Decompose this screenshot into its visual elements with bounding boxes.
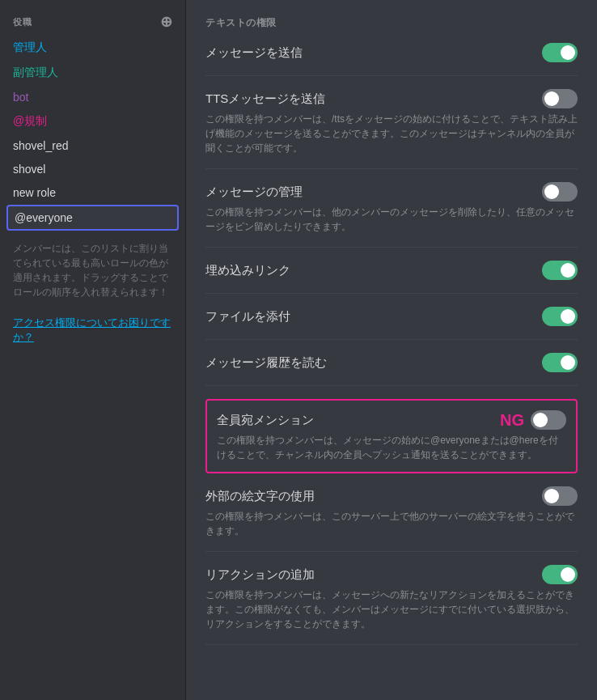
toggle-attach_files[interactable] — [542, 307, 578, 326]
sidebar-item-shovel[interactable]: shovel — [6, 158, 179, 180]
permission-row-read_history: メッセージ履歴を読む — [205, 353, 578, 372]
permission-desc-mention_everyone: この権限を持つメンバーは、メッセージの始めに@everyoneまたは@hereを… — [217, 433, 566, 462]
permission-name-tts_messages: TTSメッセージを送信 — [205, 91, 325, 107]
sidebar-item-everyone[interactable]: @everyone — [6, 205, 179, 231]
divider-read_history — [205, 385, 578, 386]
access-help-link[interactable]: アクセス権限についてお困りですか？ — [6, 309, 179, 345]
toggle-manage_messages[interactable] — [542, 182, 578, 202]
divider-embed_links — [205, 293, 578, 294]
permission-name-embed_links: 埋め込みリンク — [205, 263, 290, 278]
permission-desc-manage_messages: この権限を持つメンバーは、他のメンバーのメッセージを削除したり、任意のメッセージ… — [205, 205, 578, 234]
permission-item-mention_everyone: 全員宛メンションNGこの権限を持つメンバーは、メッセージの始めに@everyon… — [205, 399, 578, 473]
toggle-embed_links[interactable] — [542, 261, 578, 280]
permission-row-attach_files: ファイルを添付 — [205, 307, 578, 326]
permission-desc-tts_messages: この権限を持つメンバーは、/ttsをメッセージの始めに付けることで、テキスト読み… — [205, 112, 578, 155]
permission-row-embed_links: 埋め込みリンク — [205, 261, 578, 280]
permission-item-read_history: メッセージ履歴を読む — [205, 353, 578, 386]
toggle-read_history[interactable] — [542, 353, 578, 372]
permission-row-mention_everyone: 全員宛メンションNG — [217, 410, 566, 430]
permission-item-manage_messages: メッセージの管理この権限を持つメンバーは、他のメンバーのメッセージを削除したり、… — [205, 182, 578, 248]
permission-row-add_reactions: リアクションの追加 — [205, 565, 578, 584]
permission-desc-add_reactions: この権限を持つメンバーは、メッセージへの新たなリアクションを加えることができます… — [205, 588, 578, 631]
sidebar-item-fukukanrinin[interactable]: 副管理人 — [6, 61, 179, 85]
permission-desc-external_emoji: この権限を持つメンバーは、このサーバー上で他のサーバーの絵文字を使うことができま… — [205, 509, 578, 538]
permission-name-external_emoji: 外部の絵文字の使用 — [205, 489, 315, 504]
toggle-external_emoji[interactable] — [542, 486, 578, 506]
permission-item-tts_messages: TTSメッセージを送信この権限を持つメンバーは、/ttsをメッセージの始めに付け… — [205, 89, 578, 169]
toggle-mention_everyone[interactable] — [531, 410, 566, 430]
main-content: テキストの権限 メッセージを送信TTSメッセージを送信この権限を持つメンバーは、… — [186, 0, 597, 700]
permission-item-external_emoji: 外部の絵文字の使用この権限を持つメンバーは、このサーバー上で他のサーバーの絵文字… — [205, 486, 578, 552]
toggle-tts_messages[interactable] — [542, 89, 578, 108]
sidebar-item-kanrinin[interactable]: 管理人 — [6, 36, 179, 60]
sidebar-hint: メンバーには、このリストに割り当てられている最も高いロールの色が適用されます。ド… — [6, 231, 179, 309]
divider-attach_files — [205, 339, 578, 340]
sidebar-item-bot[interactable]: bot — [6, 86, 179, 108]
permission-name-read_history: メッセージ履歴を読む — [205, 355, 327, 371]
permission-row-tts_messages: TTSメッセージを送信 — [205, 89, 578, 108]
sidebar-section-label: 役職 ⊕ — [6, 13, 179, 36]
permission-item-send_messages: メッセージを送信 — [205, 43, 578, 76]
permission-item-embed_links: 埋め込みリンク — [205, 261, 578, 294]
permission-row-send_messages: メッセージを送信 — [205, 43, 578, 62]
permission-row-external_emoji: 外部の絵文字の使用 — [205, 486, 578, 506]
sidebar-item-new_role[interactable]: new role — [6, 181, 179, 204]
permission-item-add_reactions: リアクションの追加この権限を持つメンバーは、メッセージへの新たなリアクションを加… — [205, 565, 578, 645]
section-title: テキストの権限 — [205, 16, 578, 30]
divider-send_messages — [205, 75, 578, 76]
toggle-add_reactions[interactable] — [542, 565, 578, 584]
divider-manage_messages — [205, 247, 578, 248]
toggle-send_messages[interactable] — [542, 43, 578, 62]
divider-add_reactions — [205, 644, 578, 645]
permission-name-add_reactions: リアクションの追加 — [205, 567, 315, 583]
permission-item-attach_files: ファイルを添付 — [205, 307, 578, 340]
permission-row-manage_messages: メッセージの管理 — [205, 182, 578, 202]
add-role-icon[interactable]: ⊕ — [160, 13, 173, 31]
sidebar-item-kisei[interactable]: @規制 — [6, 109, 179, 134]
sidebar-item-shovel_red[interactable]: shovel_red — [6, 134, 179, 157]
permission-name-send_messages: メッセージを送信 — [205, 45, 303, 61]
permission-name-attach_files: ファイルを添付 — [205, 309, 290, 325]
divider-tts_messages — [205, 168, 578, 169]
permission-name-mention_everyone: 全員宛メンション — [217, 413, 314, 428]
sidebar: 役職 ⊕ 管理人副管理人bot@規制shovel_redshovelnew ro… — [0, 0, 186, 700]
permission-name-manage_messages: メッセージの管理 — [205, 185, 303, 200]
divider-external_emoji — [205, 551, 578, 552]
ng-badge: NG — [500, 411, 524, 430]
